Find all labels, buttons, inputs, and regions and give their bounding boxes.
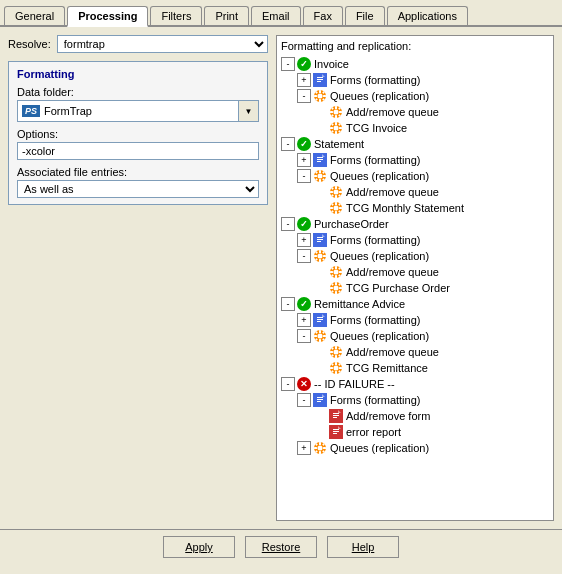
expand-btn[interactable]: -: [281, 377, 295, 391]
svg-rect-72: [317, 239, 323, 240]
data-folder-input[interactable]: PS FormTrap: [17, 100, 239, 122]
tree-item[interactable]: + Forms (formatting): [281, 72, 549, 88]
tree-item[interactable]: - Queues (replication): [281, 248, 549, 264]
options-input[interactable]: [17, 142, 259, 160]
tree-item[interactable]: Add/remove form: [281, 408, 549, 424]
svg-rect-19: [330, 111, 333, 113]
tree-item[interactable]: - Queues (replication): [281, 168, 549, 184]
tree-item-label: Add/remove queue: [346, 346, 439, 358]
tree-item[interactable]: TCG Purchase Order: [281, 280, 549, 296]
expand-btn[interactable]: -: [281, 297, 295, 311]
expand-btn[interactable]: +: [297, 441, 311, 455]
svg-rect-158: [319, 451, 321, 454]
tree-item[interactable]: -Statement: [281, 136, 549, 152]
expand-btn[interactable]: -: [297, 249, 311, 263]
tab-filters[interactable]: Filters: [150, 6, 202, 25]
expand-btn[interactable]: -: [297, 329, 311, 343]
data-folder-dropdown-btn[interactable]: ▼: [239, 100, 259, 122]
expand-btn[interactable]: +: [297, 153, 311, 167]
svg-rect-88: [335, 275, 337, 278]
tree-item[interactable]: -Invoice: [281, 56, 549, 72]
tree-item[interactable]: -PurchaseOrder: [281, 216, 549, 232]
gear-icon: [329, 345, 343, 359]
svg-rect-55: [339, 191, 342, 193]
gear-icon: [313, 329, 327, 343]
tree-item[interactable]: - Forms (formatting): [281, 392, 549, 408]
svg-rect-1: [317, 77, 323, 78]
form-red-icon: [329, 425, 343, 439]
tree-item[interactable]: + Forms (formatting): [281, 232, 549, 248]
tree-item-label: -- ID FAILURE --: [314, 378, 395, 390]
svg-rect-141: [317, 397, 323, 398]
help-button[interactable]: Help: [327, 536, 399, 558]
expand-btn[interactable]: -: [281, 217, 295, 231]
assoc-select[interactable]: As well as: [17, 180, 259, 198]
svg-rect-159: [314, 447, 317, 449]
svg-rect-18: [335, 115, 337, 118]
tab-general[interactable]: General: [4, 6, 65, 25]
tab-fax[interactable]: Fax: [303, 6, 343, 25]
gear-icon: [329, 121, 343, 135]
expand-btn[interactable]: -: [297, 89, 311, 103]
tree-item-label: TCG Invoice: [346, 122, 407, 134]
svg-point-26: [334, 126, 339, 131]
svg-rect-45: [323, 175, 326, 177]
expand-btn[interactable]: -: [281, 137, 295, 151]
tree-item[interactable]: + Queues (replication): [281, 440, 549, 456]
green-check-icon: [297, 57, 311, 71]
expand-btn[interactable]: +: [297, 73, 311, 87]
expand-btn[interactable]: -: [297, 393, 311, 407]
tree-item[interactable]: -Remittance Advice: [281, 296, 549, 312]
tree-item[interactable]: - Queues (replication): [281, 88, 549, 104]
tab-email[interactable]: Email: [251, 6, 301, 25]
svg-point-51: [334, 190, 339, 195]
svg-rect-133: [335, 371, 337, 374]
tree-item[interactable]: TCG Remittance: [281, 360, 549, 376]
restore-button[interactable]: Restore: [245, 536, 317, 558]
gear-icon: [313, 249, 327, 263]
tree-item[interactable]: TCG Invoice: [281, 120, 549, 136]
tree-item[interactable]: error report: [281, 424, 549, 440]
apply-button[interactable]: Apply: [163, 536, 235, 558]
svg-rect-63: [335, 211, 337, 214]
svg-point-86: [334, 270, 339, 275]
expand-btn[interactable]: +: [297, 313, 311, 327]
tree-item[interactable]: Add/remove queue: [281, 264, 549, 280]
form-blue-icon: [313, 313, 327, 327]
options-label: Options:: [17, 128, 259, 140]
svg-rect-122: [335, 346, 337, 349]
form-blue-icon: [313, 233, 327, 247]
tree-item[interactable]: Add/remove queue: [281, 344, 549, 360]
assoc-label: Associated file entries:: [17, 166, 259, 178]
svg-rect-107: [317, 319, 323, 320]
expand-btn[interactable]: +: [297, 233, 311, 247]
svg-rect-7: [319, 90, 321, 93]
svg-rect-79: [314, 255, 317, 257]
resolve-select[interactable]: formtrap: [57, 35, 268, 53]
tab-processing[interactable]: Processing: [67, 6, 148, 27]
tree-item[interactable]: --- ID FAILURE --: [281, 376, 549, 392]
tree-item[interactable]: + Forms (formatting): [281, 312, 549, 328]
svg-rect-90: [339, 271, 342, 273]
svg-rect-143: [317, 401, 321, 402]
tab-file[interactable]: File: [345, 6, 385, 25]
green-check-icon: [297, 297, 311, 311]
svg-rect-135: [339, 367, 342, 369]
svg-rect-29: [330, 127, 333, 129]
right-panel: Formatting and replication: -Invoice+ Fo…: [276, 35, 554, 521]
svg-rect-53: [335, 195, 337, 198]
tree-item[interactable]: - Queues (replication): [281, 328, 549, 344]
tree-item-label: Queues (replication): [330, 250, 429, 262]
tree-item-label: Invoice: [314, 58, 349, 70]
svg-rect-36: [317, 157, 323, 158]
tree-item[interactable]: TCG Monthly Statement: [281, 200, 549, 216]
expand-btn[interactable]: -: [297, 169, 311, 183]
tree-item[interactable]: + Forms (formatting): [281, 152, 549, 168]
expand-btn[interactable]: -: [281, 57, 295, 71]
tree-item[interactable]: Add/remove queue: [281, 104, 549, 120]
tree-item[interactable]: Add/remove queue: [281, 184, 549, 200]
gear-icon: [329, 265, 343, 279]
tab-applications[interactable]: Applications: [387, 6, 468, 25]
svg-rect-146: [333, 413, 339, 414]
tab-print[interactable]: Print: [204, 6, 249, 25]
